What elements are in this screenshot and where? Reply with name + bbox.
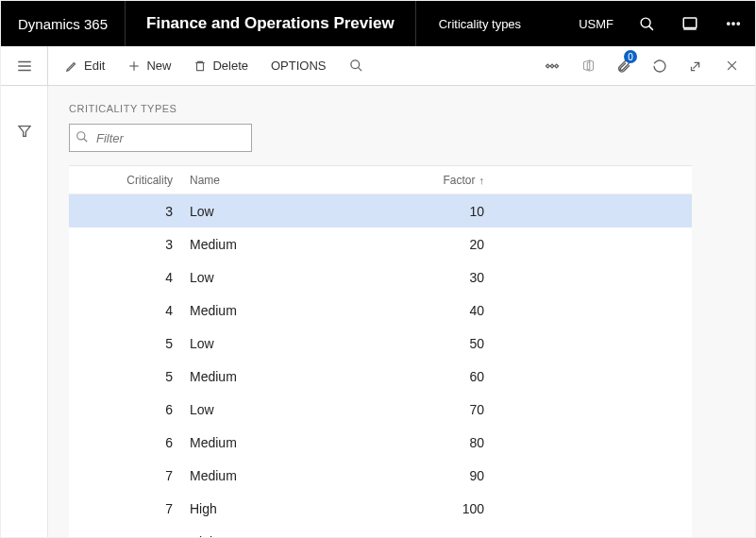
attachments-badge: 0 bbox=[624, 50, 637, 63]
svg-point-5 bbox=[732, 23, 734, 25]
breadcrumb[interactable]: Criticality types bbox=[416, 1, 544, 46]
cell-factor: 110 bbox=[371, 534, 484, 539]
cell-name: High bbox=[182, 501, 371, 516]
filter-search-icon bbox=[76, 130, 89, 146]
cell-factor: 50 bbox=[371, 336, 484, 351]
edit-button[interactable]: Edit bbox=[56, 46, 114, 85]
app-title: Finance and Operations Preview bbox=[126, 1, 416, 46]
cell-factor: 40 bbox=[371, 303, 484, 318]
cell-criticality: 4 bbox=[88, 270, 182, 285]
cell-criticality: 5 bbox=[88, 369, 182, 384]
cell-criticality: 6 bbox=[88, 435, 182, 450]
table-row[interactable]: 6Low70 bbox=[69, 393, 692, 426]
cell-name: Low bbox=[182, 336, 371, 351]
svg-point-6 bbox=[737, 23, 739, 25]
cell-criticality: 8 bbox=[88, 534, 182, 539]
cell-factor: 80 bbox=[371, 435, 484, 450]
options-button[interactable]: OPTIONS bbox=[261, 46, 336, 85]
left-rail bbox=[1, 86, 48, 538]
options-label: OPTIONS bbox=[271, 59, 327, 73]
cell-name: Low bbox=[182, 204, 371, 219]
table-row[interactable]: 5Medium60 bbox=[69, 360, 692, 393]
table-row[interactable]: 7Medium90 bbox=[69, 459, 692, 492]
svg-rect-17 bbox=[555, 64, 559, 68]
table-row[interactable]: 3Medium20 bbox=[69, 227, 692, 261]
svg-marker-20 bbox=[19, 126, 30, 137]
table-row[interactable]: 4Low30 bbox=[69, 261, 692, 294]
cell-factor: 30 bbox=[371, 270, 484, 285]
data-grid: Criticality Name Factor ↑ 3Low103Medium2… bbox=[69, 165, 692, 538]
top-bar: Dynamics 365 Finance and Operations Prev… bbox=[1, 1, 755, 46]
connector-icon[interactable] bbox=[536, 46, 568, 85]
body: CRITICALITY TYPES Criticality Name Facto… bbox=[1, 86, 755, 538]
search-icon[interactable] bbox=[625, 1, 668, 46]
cell-name: Medium bbox=[182, 303, 371, 318]
delete-label: Delete bbox=[212, 59, 248, 73]
svg-rect-15 bbox=[546, 64, 549, 68]
office-icon[interactable] bbox=[572, 46, 604, 85]
cell-name: Low bbox=[182, 402, 371, 417]
table-row[interactable]: 5Low50 bbox=[69, 327, 692, 360]
cell-name: Medium bbox=[182, 369, 371, 384]
svg-point-4 bbox=[728, 23, 730, 25]
hamburger-icon[interactable] bbox=[1, 46, 48, 85]
svg-line-14 bbox=[358, 67, 361, 71]
find-button[interactable] bbox=[340, 46, 373, 85]
close-icon[interactable] bbox=[715, 46, 748, 85]
cell-factor: 70 bbox=[371, 402, 484, 417]
cell-criticality: 3 bbox=[88, 237, 182, 252]
refresh-icon[interactable] bbox=[644, 46, 676, 85]
svg-rect-12 bbox=[197, 62, 204, 70]
cell-name: Medium bbox=[182, 237, 371, 252]
popout-icon[interactable] bbox=[680, 46, 712, 85]
brand[interactable]: Dynamics 365 bbox=[1, 1, 126, 46]
svg-line-1 bbox=[648, 25, 652, 29]
cell-criticality: 3 bbox=[88, 204, 182, 219]
filter-input[interactable] bbox=[69, 124, 252, 152]
command-row: Edit New Delete OPTIONS 0 bbox=[1, 46, 755, 86]
svg-point-21 bbox=[77, 132, 85, 140]
cell-criticality: 4 bbox=[88, 303, 182, 318]
cell-factor: 20 bbox=[371, 237, 484, 252]
cell-name: High bbox=[182, 534, 371, 539]
svg-rect-2 bbox=[683, 18, 697, 28]
svg-rect-16 bbox=[550, 64, 554, 68]
feedback-icon[interactable] bbox=[668, 1, 712, 46]
cell-name: Low bbox=[182, 270, 371, 285]
table-row[interactable]: 4Medium40 bbox=[69, 294, 692, 327]
col-factor-label: Factor bbox=[443, 174, 475, 187]
svg-point-0 bbox=[641, 18, 650, 27]
cell-name: Medium bbox=[182, 468, 371, 483]
new-label: New bbox=[146, 59, 171, 73]
cell-criticality: 6 bbox=[88, 402, 182, 417]
cell-criticality: 7 bbox=[88, 501, 182, 516]
legal-entity[interactable]: USMF bbox=[567, 1, 625, 46]
attachments-icon[interactable]: 0 bbox=[608, 46, 640, 85]
more-icon[interactable] bbox=[712, 1, 755, 46]
col-name[interactable]: Name bbox=[182, 174, 371, 187]
new-button[interactable]: New bbox=[118, 46, 180, 85]
cell-factor: 100 bbox=[371, 501, 484, 516]
command-bar: Edit New Delete OPTIONS 0 bbox=[48, 46, 755, 85]
svg-point-13 bbox=[350, 60, 359, 69]
cell-factor: 60 bbox=[371, 369, 484, 384]
col-criticality[interactable]: Criticality bbox=[88, 174, 182, 187]
grid-header: Criticality Name Factor ↑ bbox=[69, 166, 692, 194]
filter-pane-icon[interactable] bbox=[6, 114, 43, 148]
cell-criticality: 7 bbox=[88, 468, 182, 483]
edit-label: Edit bbox=[84, 59, 105, 73]
cell-criticality: 5 bbox=[88, 336, 182, 351]
section-title: CRITICALITY TYPES bbox=[69, 103, 734, 114]
svg-line-22 bbox=[84, 139, 88, 143]
table-row[interactable]: 6Medium80 bbox=[69, 426, 692, 459]
content-area: CRITICALITY TYPES Criticality Name Facto… bbox=[48, 86, 755, 538]
cell-factor: 90 bbox=[371, 468, 484, 483]
table-row[interactable]: 3Low10 bbox=[69, 194, 692, 227]
col-factor[interactable]: Factor ↑ bbox=[371, 174, 484, 187]
table-row[interactable]: 7High100 bbox=[69, 492, 692, 525]
cell-name: Medium bbox=[182, 435, 371, 450]
table-row[interactable]: 8High110 bbox=[69, 525, 692, 538]
cell-factor: 10 bbox=[371, 204, 484, 219]
sort-asc-icon: ↑ bbox=[479, 175, 485, 186]
delete-button[interactable]: Delete bbox=[184, 46, 258, 85]
